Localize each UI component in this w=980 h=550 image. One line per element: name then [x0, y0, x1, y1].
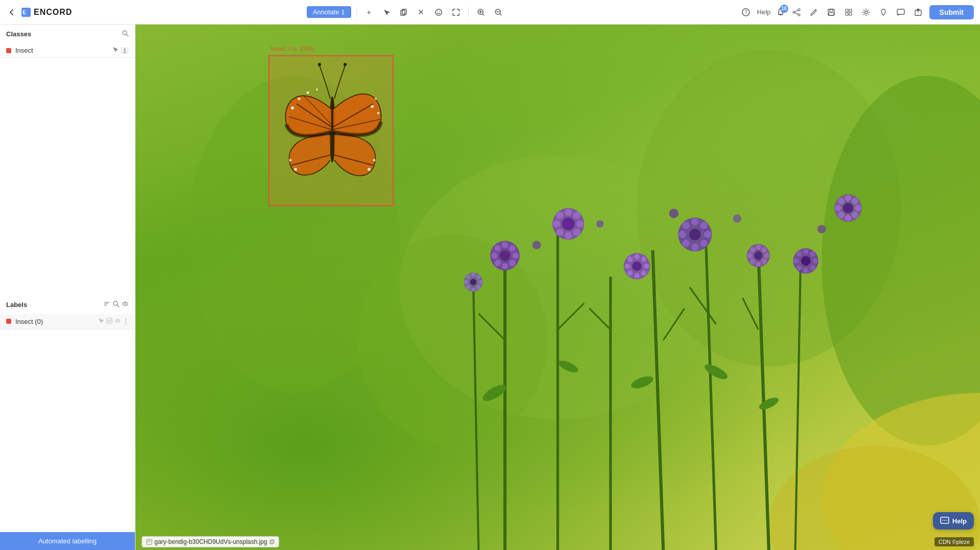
help-float-label: Help — [952, 517, 967, 525]
settings-button[interactable] — [860, 6, 872, 18]
svg-point-18 — [793, 11, 795, 13]
label-item-controls: ⋮ — [98, 318, 129, 325]
file-name: gary-bendig-b30CHD9UdVs-unsplash.jpg — [154, 538, 267, 545]
back-button[interactable] — [6, 7, 17, 18]
label-eye-icon[interactable] — [115, 318, 121, 325]
svg-point-160 — [316, 89, 318, 91]
svg-rect-27 — [849, 9, 852, 12]
help-label: Help — [757, 8, 771, 16]
select-tool-button[interactable] — [379, 5, 394, 19]
svg-rect-25 — [829, 13, 834, 15]
label-more-icon[interactable]: ⋮ — [123, 318, 129, 325]
svg-point-5 — [437, 11, 438, 12]
class-item-controls: 1 — [112, 47, 129, 54]
label-cursor-icon[interactable] — [98, 318, 104, 325]
notification-count: 10 — [780, 5, 788, 13]
svg-rect-23 — [828, 9, 834, 15]
search-icon[interactable] — [122, 30, 129, 38]
app-title: ENCORD — [34, 8, 72, 17]
svg-line-20 — [795, 10, 798, 12]
svg-point-41 — [125, 303, 126, 304]
classes-header: Classes — [0, 25, 135, 43]
labels-label: Labels — [6, 301, 27, 309]
svg-text:E: E — [22, 10, 27, 15]
cursor-icon[interactable] — [112, 47, 119, 54]
svg-rect-42 — [107, 318, 112, 323]
svg-line-21 — [795, 13, 798, 14]
svg-point-38 — [113, 301, 118, 305]
svg-point-163 — [375, 98, 377, 100]
svg-point-159 — [307, 92, 309, 94]
topbar: E ENCORD Annotate 1 + ✕ ? — [0, 0, 980, 25]
copy-group-button[interactable] — [397, 5, 411, 19]
svg-rect-29 — [849, 13, 852, 15]
label-color-indicator — [6, 319, 11, 324]
label-item-insect[interactable]: Insect (0) ⋮ — [0, 314, 135, 329]
automated-labelling-button[interactable]: Automated labelling — [0, 532, 135, 550]
annotation-container[interactable]: Insect: 0 p: 100% — [268, 55, 394, 206]
file-icon — [146, 539, 152, 545]
annotation-label: Insect: 0 p: 100% — [268, 45, 316, 52]
labels-header: Labels — [0, 295, 135, 314]
svg-point-168 — [318, 63, 321, 66]
label-select-icon[interactable] — [106, 318, 112, 325]
class-item-insect[interactable]: Insect 1 — [0, 43, 135, 57]
export-button[interactable] — [912, 6, 924, 18]
svg-point-6 — [439, 11, 440, 12]
sidebar-spacer — [0, 58, 135, 295]
emoji-button[interactable] — [431, 5, 446, 19]
svg-text:?: ? — [744, 10, 747, 15]
share-button[interactable] — [790, 6, 803, 18]
labels-header-icons — [103, 300, 129, 309]
theme-button[interactable] — [877, 6, 890, 18]
canvas-bottom-bar: gary-bendig-b30CHD9UdVs-unsplash.jpg CDN… — [135, 534, 980, 550]
help-chat-icon — [940, 516, 949, 525]
submit-button[interactable]: Submit — [929, 5, 974, 19]
expand-button[interactable] — [449, 5, 463, 19]
help-button[interactable]: ? — [740, 6, 752, 18]
svg-point-4 — [436, 9, 442, 15]
help-float-button[interactable]: Help — [933, 512, 974, 530]
annotate-button[interactable]: Annotate 1 — [307, 6, 351, 18]
chat-button[interactable] — [895, 6, 907, 18]
svg-line-34 — [127, 35, 129, 37]
save-button[interactable] — [825, 6, 837, 18]
toolbar-separator-2 — [468, 7, 469, 17]
svg-point-33 — [123, 31, 127, 35]
notification-bell[interactable]: 10 — [776, 8, 785, 17]
sidebar: Classes Insect 1 — [0, 25, 135, 550]
sort-icon[interactable] — [103, 300, 110, 309]
topbar-right: ? Help 10 Submit — [740, 5, 974, 19]
grid-button[interactable] — [842, 6, 855, 18]
svg-point-19 — [798, 14, 800, 16]
copy-icon[interactable] — [269, 539, 275, 544]
svg-rect-28 — [846, 13, 848, 15]
svg-line-22 — [815, 10, 816, 11]
delete-button[interactable]: ✕ — [414, 5, 428, 19]
eye-icon[interactable] — [122, 300, 129, 309]
svg-point-164 — [294, 168, 297, 171]
svg-point-167 — [373, 159, 376, 162]
toolbar-separator — [356, 7, 357, 17]
canvas-background — [135, 25, 980, 550]
svg-point-157 — [291, 106, 294, 109]
svg-point-166 — [368, 168, 371, 171]
search-labels-icon[interactable] — [112, 300, 120, 309]
svg-point-17 — [798, 9, 800, 11]
main-layout: Classes Insect 1 — [0, 25, 980, 550]
add-tool-button[interactable]: + — [362, 5, 376, 19]
svg-point-165 — [289, 159, 292, 162]
zoom-in-button[interactable] — [474, 5, 488, 19]
edit-button[interactable] — [808, 6, 820, 18]
class-name: Insect — [15, 47, 108, 54]
svg-point-162 — [377, 112, 380, 115]
class-color-indicator — [6, 48, 11, 53]
classes-section: Classes Insect 1 — [0, 25, 135, 58]
butterfly-svg — [271, 58, 389, 201]
topbar-left: E ENCORD — [6, 7, 72, 18]
zoom-out-button[interactable] — [491, 5, 506, 19]
cdn-tag: CDN ©pleze — [935, 537, 974, 546]
labels-section: Labels Insect (0) — [0, 295, 135, 533]
label-name: Insect (0) — [15, 318, 94, 325]
svg-point-178 — [946, 520, 947, 521]
